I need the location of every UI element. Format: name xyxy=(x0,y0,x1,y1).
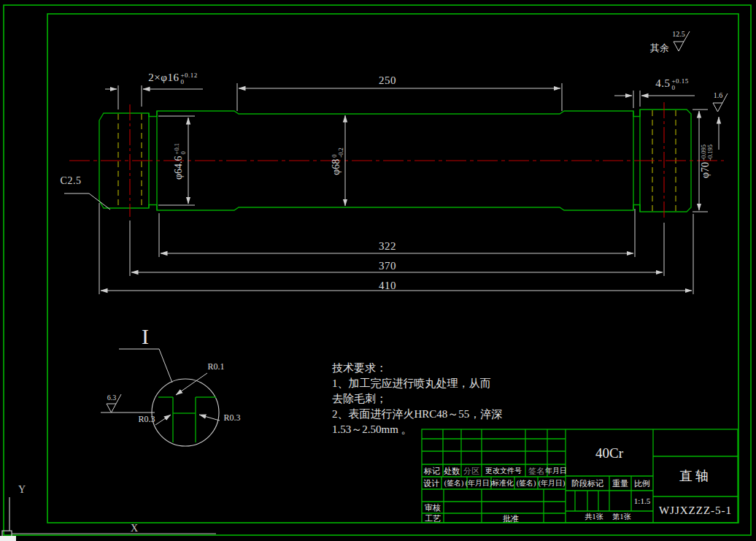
dim-370: 370 xyxy=(379,261,396,272)
dim-322: 322 xyxy=(379,241,396,252)
dim-250: 250 xyxy=(379,75,396,86)
tb-part-name: 直轴 xyxy=(679,469,711,483)
ucs-x-label: X xyxy=(131,523,138,534)
tb-design-sign: (签名) xyxy=(444,480,464,487)
dim-dia-70: φ70-0.095-0.195 xyxy=(701,145,713,178)
detail-view-linework xyxy=(101,349,220,446)
tech-req-line: 去除毛刺； xyxy=(332,391,502,407)
tb-header-docno: 更改文件号 xyxy=(485,467,522,475)
dim-410: 410 xyxy=(379,280,396,291)
tb-scale-label: 比例 xyxy=(634,480,650,488)
tb-approve: 批准 xyxy=(503,515,519,523)
tb-standardize-date: (年月日) xyxy=(539,480,566,487)
tech-requirements: 技术要求： 1、加工完应进行喷丸处理，从而 去除毛刺； 2、表面进行淬火HRC4… xyxy=(332,361,502,437)
surface-note-value: 12.5 xyxy=(672,31,685,38)
tb-header-count: 处数 xyxy=(444,467,460,475)
tb-process: 工艺 xyxy=(425,515,441,523)
dim-dia-64-6: φ64.6+0.10 xyxy=(174,143,186,180)
tb-drawing-no: WJJXZZZ-5-1 xyxy=(659,505,732,516)
tb-stage-mark: 阶段标记 xyxy=(571,480,603,488)
roughness-detail-value: 6.3 xyxy=(107,394,117,402)
ucs-icon xyxy=(2,497,216,540)
dim-groove-width: 4.5+0.150 xyxy=(655,78,689,91)
tb-header-sign: 签名 xyxy=(528,467,544,475)
tb-standardize-sign: (签名) xyxy=(517,480,536,487)
tech-req-title: 技术要求： xyxy=(332,361,502,376)
centerlines xyxy=(69,102,724,219)
tb-header-zone: 分区 xyxy=(463,467,479,475)
tb-scale-value: 1:1.5 xyxy=(634,497,650,505)
tb-header-date: 年月日 xyxy=(545,467,567,475)
tb-material: 40Cr xyxy=(595,446,623,460)
detail-r-left: R0.3 xyxy=(138,415,155,423)
tb-header-mark: 标记 xyxy=(424,467,440,475)
dim-chamfer: C2.5 xyxy=(61,176,82,186)
detail-r-right: R0.3 xyxy=(223,413,240,422)
tech-req-line: 2、表面进行淬火HRC48～55，淬深 xyxy=(332,407,502,422)
dim-dia-68: φ680-0.2 xyxy=(331,147,344,175)
detail-groove-profile xyxy=(158,397,216,442)
tb-sheet-no: 第1张 xyxy=(613,513,631,521)
tb-weight: 重量 xyxy=(612,480,628,488)
tb-design-date: (年月日) xyxy=(466,480,493,487)
roughness-right-value: 1.6 xyxy=(714,92,723,99)
detail-label: I xyxy=(142,326,149,348)
tech-req-line: 1、加工完应进行喷丸处理，从而 xyxy=(332,376,502,391)
tb-standardize: 标准化 xyxy=(492,480,514,487)
tb-review: 审核 xyxy=(425,504,441,512)
tb-design: 设计 xyxy=(423,480,439,488)
cad-viewport[interactable]: 其余 12.5 2×φ16+0.120 250 4.5+0.150 322 37… xyxy=(0,0,756,541)
detail-r-top: R0.1 xyxy=(207,362,224,371)
tech-req-line: 1.53～2.50mm 。 xyxy=(332,422,502,437)
drawing-canvas xyxy=(0,0,756,541)
dim-holes: 2×φ16+0.120 xyxy=(148,72,197,85)
surface-note-prefix: 其余 xyxy=(650,43,669,53)
ucs-y-label: Y xyxy=(18,485,26,495)
drawing-border xyxy=(4,5,751,535)
tb-sheets: 共1张 xyxy=(585,513,603,521)
screen-artifact xyxy=(0,536,16,541)
